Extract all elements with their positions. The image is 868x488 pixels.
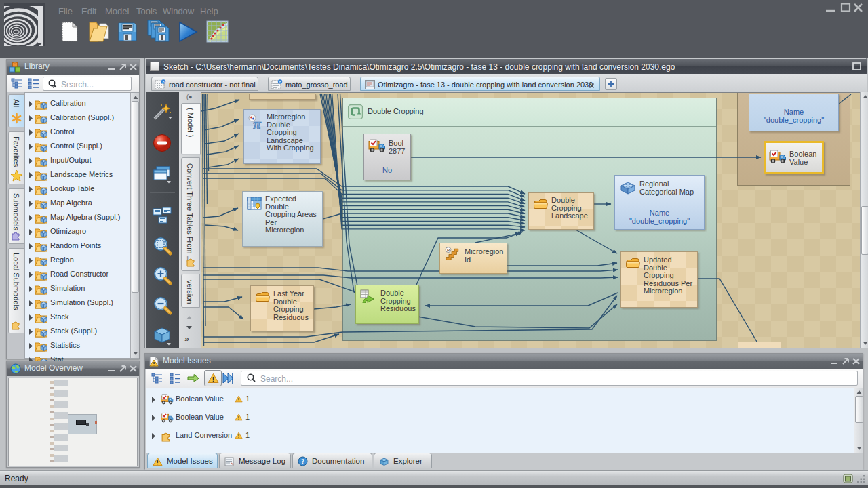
svg-text:8: 8: [162, 80, 164, 84]
svg-text:?: ?: [301, 458, 304, 465]
svg-text:8: 8: [279, 80, 281, 84]
